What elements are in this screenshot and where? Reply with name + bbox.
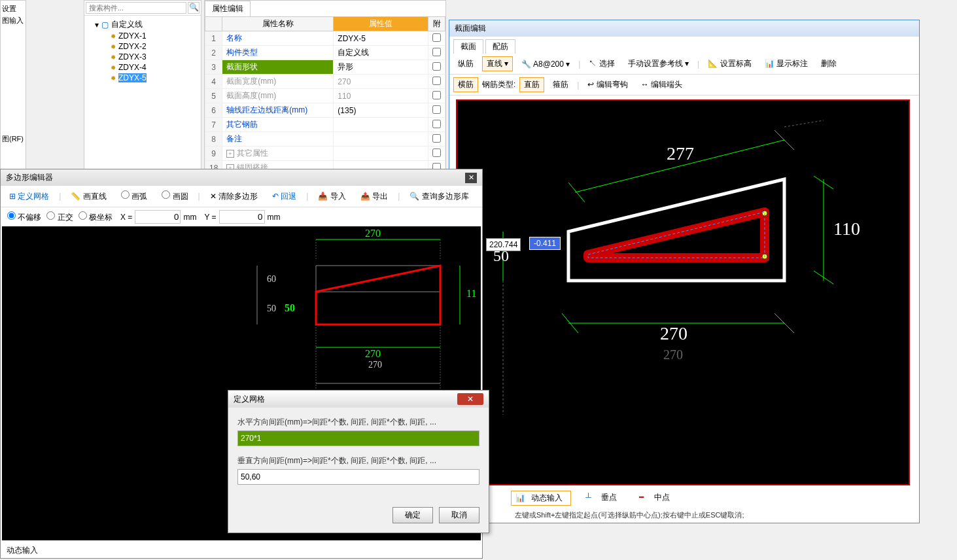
btn-import[interactable]: 📥 导入 [313,189,350,204]
vertical-input[interactable] [237,469,479,485]
btn-export[interactable]: 📤 导出 [356,189,392,204]
polygon-editor-title: 多边形编辑器 [6,172,53,183]
tree-root[interactable]: ▾ ▢ 自定义线 [87,18,198,31]
btn-define-grid[interactable]: ⊞ 定义网格 [5,189,54,204]
section-hint: 左键或Shift+左键指定起点(可选择纵筋中心点);按右键中止或ESC键取消; [515,510,744,520]
coord-readout: 220.744 [486,238,521,251]
tab-rebar[interactable]: 配筋 [485,39,515,54]
left-item[interactable]: 设置 [2,4,24,14]
btn-perpendicular[interactable]: ┴ 垂点 [578,491,625,506]
btn-draw-line[interactable]: 📏 画直线 [66,189,111,204]
property-row[interactable]: 5截面高度(mm)110 [205,89,445,103]
svg-line-14 [784,120,824,127]
tree: ▾ ▢ 自定义线 ✹ ZDYX-1✹ ZDYX-2✹ ZDYX-3✹ ZDYX-… [84,16,201,86]
btn-straight-bar[interactable]: 直筋 [519,77,544,92]
btn-draw-circle[interactable]: 画圆 [157,188,192,204]
component-icon: ✹ [111,54,116,61]
btn-edit-end[interactable]: ↔ 编辑端头 [636,77,687,92]
radio-polar[interactable]: 极坐标 [76,211,113,223]
btn-set-elevation[interactable]: 📐 设置标高 [703,56,756,71]
vertical-label: 垂直方向间距(mm)=>间距*个数, 间距, 间距*个数, 间距, ... [237,455,479,466]
radio-no-offset[interactable]: 不偏移 [5,211,41,223]
col-attach: 附 [428,17,445,31]
cancel-button[interactable]: 取消 [439,507,479,523]
btn-clear-polygon[interactable]: ✕ 清除多边形 [205,189,262,204]
horizontal-label: 水平方向间距(mm)=>间距*个数, 间距, 间距*个数, 间距, ... [237,417,479,428]
svg-text:60: 60 [267,274,276,284]
search-icon[interactable]: 🔍 [188,2,200,14]
section-canvas[interactable]: 277 110 50 270 270 2 [456,99,910,485]
dim-bottom: 270 [660,323,687,343]
svg-line-1 [568,183,585,202]
property-panel: 属性编辑 属性名称 属性值 附 1名称ZDYX-52构件类型自定义线3截面形状异… [204,0,446,170]
left-sidebar: 设置 图输入 图(RF) [0,0,26,170]
status-bar[interactable]: 动态输入 [0,541,44,560]
btn-edit-hook[interactable]: ↩ 编辑弯钩 [583,77,632,92]
property-row[interactable]: 1名称ZDYX-5 [205,31,445,46]
btn-stirrup[interactable]: 箍筋 [548,77,573,92]
section-toolbar-2: 横筋 钢筋类型: 直筋 箍筋 | ↩ 编辑弯钩 ↔ 编辑端头 [449,75,919,96]
property-row[interactable]: 9+其它属性 [205,147,445,161]
section-snap-bar: 📊 动态输入 ┴ 垂点 ━ 中点 [508,488,680,508]
define-grid-dialog: 定义网格 ✕ 水平方向间距(mm)=>间距*个数, 间距, 间距*个数, 间距,… [228,390,489,533]
section-editor-panel: 截面编辑 截面 配筋 纵筋 直线 ▾ 🔧 A8@200 ▾ | ↖ 选择 手动设… [449,20,920,523]
x-input[interactable] [135,210,181,224]
component-icon: ✹ [111,64,116,71]
tree-item[interactable]: ✹ ZDYX-1 [87,31,198,41]
horizontal-input[interactable] [237,430,479,446]
property-table: 属性名称 属性值 附 1名称ZDYX-52构件类型自定义线3截面形状异形4截面宽… [205,16,445,190]
svg-text:270: 270 [365,348,381,359]
component-icon: ✹ [111,75,116,82]
ok-button[interactable]: 确定 [392,507,433,523]
property-row[interactable]: 3截面形状异形 [205,60,445,75]
btn-draw-arc[interactable]: 画弧 [116,188,152,204]
property-row[interactable]: 4截面宽度(mm)270 [205,75,445,89]
svg-text:50: 50 [285,302,295,313]
rebar-spec-dropdown[interactable]: 🔧 A8@200 ▾ [517,58,574,71]
collapse-icon[interactable]: ▾ [95,20,99,29]
svg-text:11: 11 [466,288,476,299]
property-row[interactable]: 8备注 [205,132,445,147]
search-input[interactable] [86,2,186,14]
btn-midpoint[interactable]: ━ 中点 [631,491,677,506]
btn-undo[interactable]: ↶ 回退 [268,189,301,204]
x-label: X = [120,213,132,222]
label-rebar-type: 钢筋类型: [482,79,515,90]
tree-item[interactable]: ✹ ZDYX-2 [87,41,198,52]
coord-bar: 不偏移 正交 极坐标 X = mm Y = mm [1,207,482,226]
tree-item[interactable]: ✹ ZDYX-5 [87,73,198,83]
close-icon[interactable]: ✕ [457,393,483,405]
component-icon: ✹ [111,33,116,40]
left-item[interactable]: 图输入 [2,16,24,26]
y-input[interactable] [219,210,265,224]
svg-text:270: 270 [365,228,381,239]
tree-item[interactable]: ✹ ZDYX-3 [87,52,198,62]
grid-dialog-title: 定义网格 [234,394,265,405]
y-label: Y = [204,213,216,222]
btn-line[interactable]: 直线 ▾ [482,56,513,71]
tab-section[interactable]: 截面 [453,39,483,54]
btn-zongjin[interactable]: 纵筋 [453,56,478,71]
tree-item[interactable]: ✹ ZDYX-4 [87,62,198,73]
property-row[interactable]: 7其它钢筋 [205,118,445,132]
btn-dynamic-input[interactable]: 📊 动态输入 [511,491,571,506]
btn-query-lib[interactable]: 🔍 查询多边形库 [405,189,473,204]
btn-delete[interactable]: 删除 [816,56,841,71]
left-item[interactable]: 图(RF) [2,134,24,144]
property-row[interactable]: 2构件类型自定义线 [205,46,445,60]
section-toolbar-1: 纵筋 直线 ▾ 🔧 A8@200 ▾ | ↖ 选择 手动设置参考线 ▾ | 📐 … [449,54,919,75]
tab-property-edit[interactable]: 属性编辑 [205,1,251,16]
property-row[interactable]: 6轴线距左边线距离(mm)(135) [205,103,445,118]
svg-text:50: 50 [267,304,276,313]
dim-grey: 270 [663,347,683,362]
col-value: 属性值 [334,17,428,31]
col-name: 属性名称 [222,17,334,31]
btn-hengjin[interactable]: 横筋 [453,77,478,92]
btn-select[interactable]: ↖ 选择 [584,56,619,71]
svg-line-2 [774,130,794,150]
svg-text:270: 270 [368,360,382,370]
close-icon[interactable]: ✕ [465,173,477,183]
radio-ortho[interactable]: 正交 [44,211,73,223]
btn-show-annotation[interactable]: 📊 显示标注 [760,56,812,71]
btn-set-refline[interactable]: 手动设置参考线 ▾ [623,56,693,71]
